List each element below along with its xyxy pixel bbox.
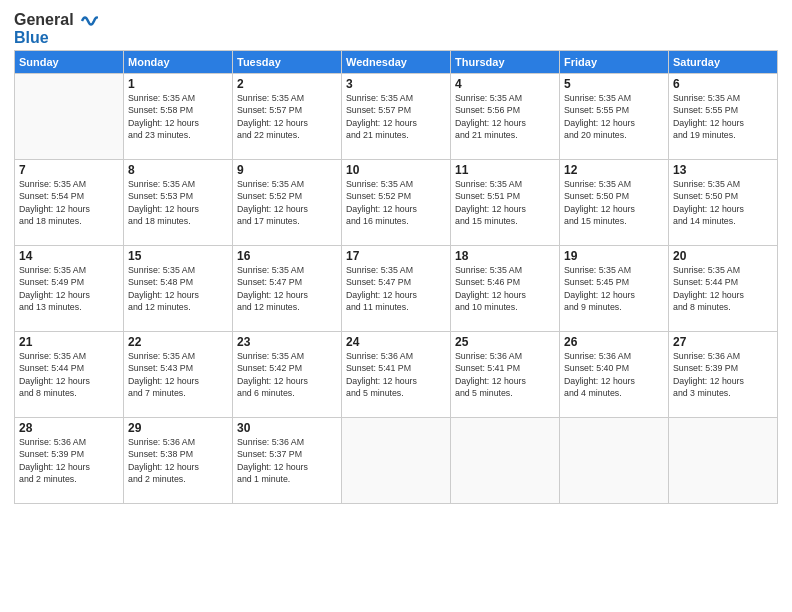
table-row: 11Sunrise: 5:35 AMSunset: 5:51 PMDayligh… bbox=[451, 160, 560, 246]
calendar-week-row: 14Sunrise: 5:35 AMSunset: 5:49 PMDayligh… bbox=[15, 246, 778, 332]
day-info: Sunrise: 5:35 AMSunset: 5:55 PMDaylight:… bbox=[564, 92, 664, 141]
day-info: Sunrise: 5:35 AMSunset: 5:57 PMDaylight:… bbox=[237, 92, 337, 141]
day-number: 14 bbox=[19, 249, 119, 263]
day-number: 20 bbox=[673, 249, 773, 263]
day-number: 4 bbox=[455, 77, 555, 91]
logo: General Blue bbox=[14, 12, 98, 46]
table-row bbox=[451, 418, 560, 504]
table-row: 15Sunrise: 5:35 AMSunset: 5:48 PMDayligh… bbox=[124, 246, 233, 332]
logo-text: General Blue bbox=[14, 12, 98, 46]
page-header: General Blue bbox=[14, 12, 778, 46]
table-row: 23Sunrise: 5:35 AMSunset: 5:42 PMDayligh… bbox=[233, 332, 342, 418]
col-tuesday: Tuesday bbox=[233, 51, 342, 74]
day-number: 5 bbox=[564, 77, 664, 91]
day-number: 29 bbox=[128, 421, 228, 435]
calendar-table: Sunday Monday Tuesday Wednesday Thursday… bbox=[14, 50, 778, 504]
table-row: 5Sunrise: 5:35 AMSunset: 5:55 PMDaylight… bbox=[560, 74, 669, 160]
day-number: 3 bbox=[346, 77, 446, 91]
day-info: Sunrise: 5:35 AMSunset: 5:44 PMDaylight:… bbox=[19, 350, 119, 399]
day-info: Sunrise: 5:35 AMSunset: 5:42 PMDaylight:… bbox=[237, 350, 337, 399]
table-row: 19Sunrise: 5:35 AMSunset: 5:45 PMDayligh… bbox=[560, 246, 669, 332]
day-info: Sunrise: 5:36 AMSunset: 5:41 PMDaylight:… bbox=[455, 350, 555, 399]
day-info: Sunrise: 5:35 AMSunset: 5:45 PMDaylight:… bbox=[564, 264, 664, 313]
day-number: 21 bbox=[19, 335, 119, 349]
day-info: Sunrise: 5:35 AMSunset: 5:55 PMDaylight:… bbox=[673, 92, 773, 141]
day-info: Sunrise: 5:36 AMSunset: 5:39 PMDaylight:… bbox=[673, 350, 773, 399]
day-number: 30 bbox=[237, 421, 337, 435]
col-sunday: Sunday bbox=[15, 51, 124, 74]
day-number: 24 bbox=[346, 335, 446, 349]
table-row: 27Sunrise: 5:36 AMSunset: 5:39 PMDayligh… bbox=[669, 332, 778, 418]
day-info: Sunrise: 5:36 AMSunset: 5:41 PMDaylight:… bbox=[346, 350, 446, 399]
day-number: 22 bbox=[128, 335, 228, 349]
logo-wave-icon bbox=[80, 12, 98, 30]
table-row bbox=[560, 418, 669, 504]
table-row: 29Sunrise: 5:36 AMSunset: 5:38 PMDayligh… bbox=[124, 418, 233, 504]
table-row: 2Sunrise: 5:35 AMSunset: 5:57 PMDaylight… bbox=[233, 74, 342, 160]
table-row bbox=[342, 418, 451, 504]
day-info: Sunrise: 5:36 AMSunset: 5:40 PMDaylight:… bbox=[564, 350, 664, 399]
table-row: 1Sunrise: 5:35 AMSunset: 5:58 PMDaylight… bbox=[124, 74, 233, 160]
day-number: 13 bbox=[673, 163, 773, 177]
day-number: 19 bbox=[564, 249, 664, 263]
day-info: Sunrise: 5:36 AMSunset: 5:37 PMDaylight:… bbox=[237, 436, 337, 485]
day-number: 28 bbox=[19, 421, 119, 435]
col-wednesday: Wednesday bbox=[342, 51, 451, 74]
table-row: 13Sunrise: 5:35 AMSunset: 5:50 PMDayligh… bbox=[669, 160, 778, 246]
day-info: Sunrise: 5:35 AMSunset: 5:50 PMDaylight:… bbox=[564, 178, 664, 227]
table-row bbox=[15, 74, 124, 160]
table-row: 7Sunrise: 5:35 AMSunset: 5:54 PMDaylight… bbox=[15, 160, 124, 246]
day-number: 8 bbox=[128, 163, 228, 177]
table-row: 28Sunrise: 5:36 AMSunset: 5:39 PMDayligh… bbox=[15, 418, 124, 504]
day-info: Sunrise: 5:35 AMSunset: 5:44 PMDaylight:… bbox=[673, 264, 773, 313]
day-number: 26 bbox=[564, 335, 664, 349]
day-number: 16 bbox=[237, 249, 337, 263]
table-row: 22Sunrise: 5:35 AMSunset: 5:43 PMDayligh… bbox=[124, 332, 233, 418]
calendar-week-row: 21Sunrise: 5:35 AMSunset: 5:44 PMDayligh… bbox=[15, 332, 778, 418]
day-number: 10 bbox=[346, 163, 446, 177]
day-info: Sunrise: 5:35 AMSunset: 5:53 PMDaylight:… bbox=[128, 178, 228, 227]
table-row: 21Sunrise: 5:35 AMSunset: 5:44 PMDayligh… bbox=[15, 332, 124, 418]
day-info: Sunrise: 5:35 AMSunset: 5:52 PMDaylight:… bbox=[237, 178, 337, 227]
day-number: 15 bbox=[128, 249, 228, 263]
day-info: Sunrise: 5:35 AMSunset: 5:50 PMDaylight:… bbox=[673, 178, 773, 227]
col-friday: Friday bbox=[560, 51, 669, 74]
table-row: 16Sunrise: 5:35 AMSunset: 5:47 PMDayligh… bbox=[233, 246, 342, 332]
table-row: 17Sunrise: 5:35 AMSunset: 5:47 PMDayligh… bbox=[342, 246, 451, 332]
table-row: 10Sunrise: 5:35 AMSunset: 5:52 PMDayligh… bbox=[342, 160, 451, 246]
day-number: 27 bbox=[673, 335, 773, 349]
day-info: Sunrise: 5:36 AMSunset: 5:39 PMDaylight:… bbox=[19, 436, 119, 485]
table-row: 24Sunrise: 5:36 AMSunset: 5:41 PMDayligh… bbox=[342, 332, 451, 418]
table-row: 20Sunrise: 5:35 AMSunset: 5:44 PMDayligh… bbox=[669, 246, 778, 332]
table-row: 3Sunrise: 5:35 AMSunset: 5:57 PMDaylight… bbox=[342, 74, 451, 160]
table-row: 8Sunrise: 5:35 AMSunset: 5:53 PMDaylight… bbox=[124, 160, 233, 246]
day-number: 17 bbox=[346, 249, 446, 263]
table-row: 18Sunrise: 5:35 AMSunset: 5:46 PMDayligh… bbox=[451, 246, 560, 332]
day-info: Sunrise: 5:35 AMSunset: 5:52 PMDaylight:… bbox=[346, 178, 446, 227]
table-row: 30Sunrise: 5:36 AMSunset: 5:37 PMDayligh… bbox=[233, 418, 342, 504]
day-info: Sunrise: 5:35 AMSunset: 5:56 PMDaylight:… bbox=[455, 92, 555, 141]
calendar-week-row: 7Sunrise: 5:35 AMSunset: 5:54 PMDaylight… bbox=[15, 160, 778, 246]
day-number: 12 bbox=[564, 163, 664, 177]
day-info: Sunrise: 5:36 AMSunset: 5:38 PMDaylight:… bbox=[128, 436, 228, 485]
day-info: Sunrise: 5:35 AMSunset: 5:54 PMDaylight:… bbox=[19, 178, 119, 227]
day-number: 6 bbox=[673, 77, 773, 91]
day-number: 7 bbox=[19, 163, 119, 177]
day-info: Sunrise: 5:35 AMSunset: 5:49 PMDaylight:… bbox=[19, 264, 119, 313]
day-info: Sunrise: 5:35 AMSunset: 5:46 PMDaylight:… bbox=[455, 264, 555, 313]
day-number: 2 bbox=[237, 77, 337, 91]
logo-container: General Blue bbox=[14, 12, 98, 46]
calendar-week-row: 1Sunrise: 5:35 AMSunset: 5:58 PMDaylight… bbox=[15, 74, 778, 160]
logo-general: General bbox=[14, 11, 74, 28]
col-thursday: Thursday bbox=[451, 51, 560, 74]
logo-blue: Blue bbox=[14, 29, 49, 46]
day-info: Sunrise: 5:35 AMSunset: 5:58 PMDaylight:… bbox=[128, 92, 228, 141]
day-info: Sunrise: 5:35 AMSunset: 5:47 PMDaylight:… bbox=[237, 264, 337, 313]
day-number: 25 bbox=[455, 335, 555, 349]
day-info: Sunrise: 5:35 AMSunset: 5:48 PMDaylight:… bbox=[128, 264, 228, 313]
table-row: 6Sunrise: 5:35 AMSunset: 5:55 PMDaylight… bbox=[669, 74, 778, 160]
col-monday: Monday bbox=[124, 51, 233, 74]
day-number: 11 bbox=[455, 163, 555, 177]
table-row: 12Sunrise: 5:35 AMSunset: 5:50 PMDayligh… bbox=[560, 160, 669, 246]
table-row: 26Sunrise: 5:36 AMSunset: 5:40 PMDayligh… bbox=[560, 332, 669, 418]
